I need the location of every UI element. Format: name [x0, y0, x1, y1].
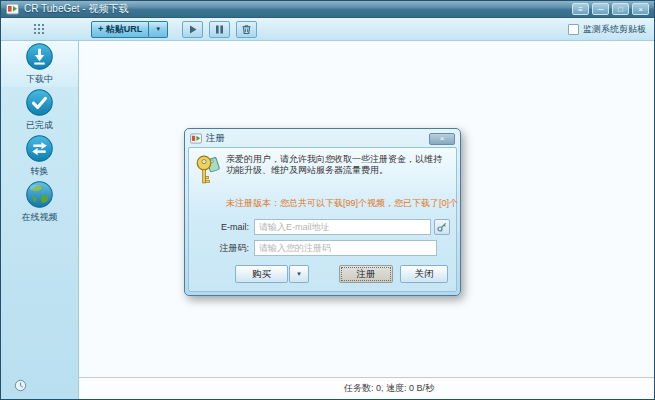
- minimize-button[interactable]: ─: [592, 3, 609, 15]
- window-controls: ≡ ─ □ ×: [572, 3, 649, 15]
- sidebar-item-label: 转换: [31, 165, 49, 178]
- check-icon: [25, 88, 54, 117]
- chevron-down-icon: ▼: [296, 271, 302, 277]
- buy-button[interactable]: 购买: [235, 265, 288, 283]
- email-label: E-mail:: [195, 222, 249, 232]
- sidebar-item-label: 在线视频: [22, 211, 58, 224]
- email-field[interactable]: [254, 219, 431, 235]
- email-action-button[interactable]: [434, 219, 450, 235]
- dialog-message: 亲爱的用户，请允许我向您收取一些注册资金，以维持功能升级、维护及网站服务器流量费…: [226, 153, 450, 193]
- dialog-titlebar[interactable]: 注册 ×: [188, 130, 457, 147]
- buy-dropdown-button[interactable]: ▼: [289, 265, 309, 283]
- delete-task-button[interactable]: [236, 21, 257, 38]
- menu-button[interactable]: ≡: [572, 3, 589, 15]
- dialog-title: 注册: [206, 132, 225, 145]
- start-download-button[interactable]: [182, 21, 203, 38]
- minimize-icon: ─: [598, 5, 604, 14]
- app-window: CR TubeGet - 视频下载 ≡ ─ □ × + 粘贴URL ▼ 监测系统…: [0, 0, 655, 400]
- code-field[interactable]: [254, 240, 437, 256]
- dialog-close-action-button[interactable]: 关闭: [400, 265, 448, 283]
- menu-icon: ≡: [578, 5, 583, 14]
- register-button[interactable]: 注册: [339, 265, 393, 283]
- dialog-close-button[interactable]: ×: [429, 133, 455, 145]
- maximize-button[interactable]: □: [612, 3, 629, 15]
- pause-icon: [214, 24, 225, 35]
- trash-icon: [241, 24, 252, 35]
- clock-icon[interactable]: [14, 379, 27, 392]
- globe-icon: [25, 180, 54, 209]
- key-icon-small: [437, 222, 447, 232]
- paste-url-dropdown[interactable]: ▼: [149, 21, 168, 38]
- statusbar: 任务数: 0, 速度: 0 B/秒: [79, 377, 654, 399]
- sidebar-item-label: 已完成: [26, 119, 53, 132]
- sidebar-item-label: 下载中: [26, 73, 53, 86]
- paste-url-button[interactable]: + 粘贴URL: [91, 21, 149, 38]
- code-label: 注册码:: [195, 242, 249, 255]
- dialog-body: 亲爱的用户，请允许我向您收取一些注册资金，以维持功能升级、维护及网站服务器流量费…: [188, 147, 457, 292]
- register-dialog: 注册 × 亲爱的: [184, 128, 461, 296]
- close-icon: ×: [440, 135, 445, 143]
- toolbar: + 粘贴URL ▼ 监测系统剪贴板: [1, 18, 654, 41]
- close-icon: ×: [638, 5, 643, 14]
- chevron-down-icon: ▼: [155, 26, 161, 32]
- convert-icon: [25, 134, 54, 163]
- monitor-clipboard-checkbox[interactable]: 监测系统剪贴板: [568, 23, 646, 36]
- sidebar-item-completed[interactable]: 已完成: [1, 87, 78, 133]
- status-text: 任务数: 0, 速度: 0 B/秒: [344, 382, 434, 395]
- dialog-buttons: 购买 ▼ 注册 关闭: [195, 265, 450, 283]
- sidebar-item-convert[interactable]: 转换: [1, 133, 78, 179]
- paste-url-group: + 粘贴URL ▼: [91, 21, 168, 38]
- sidebar-item-online-video[interactable]: 在线视频: [1, 179, 78, 225]
- maximize-icon: □: [618, 5, 623, 14]
- grip-handle-icon[interactable]: [33, 23, 45, 36]
- titlebar[interactable]: CR TubeGet - 视频下载 ≡ ─ □ ×: [1, 1, 654, 18]
- dialog-icon: [190, 133, 202, 144]
- close-button[interactable]: ×: [632, 3, 649, 15]
- key-icon: [195, 153, 221, 193]
- play-icon: [187, 24, 198, 35]
- checkbox-box[interactable]: [568, 24, 579, 35]
- download-icon: [25, 42, 54, 71]
- unregistered-warning: 未注册版本：您总共可以下载[99]个视频，您已下载了[0]个: [226, 197, 450, 210]
- pause-download-button[interactable]: [209, 21, 230, 38]
- app-icon: [6, 3, 19, 15]
- register-form: E-mail: 注册码:: [195, 219, 450, 256]
- sidebar: 下载中 已完成 转换: [1, 41, 79, 399]
- window-title: CR TubeGet - 视频下载: [24, 2, 128, 16]
- checkbox-label: 监测系统剪贴板: [583, 23, 646, 36]
- sidebar-item-downloading[interactable]: 下载中: [1, 41, 78, 87]
